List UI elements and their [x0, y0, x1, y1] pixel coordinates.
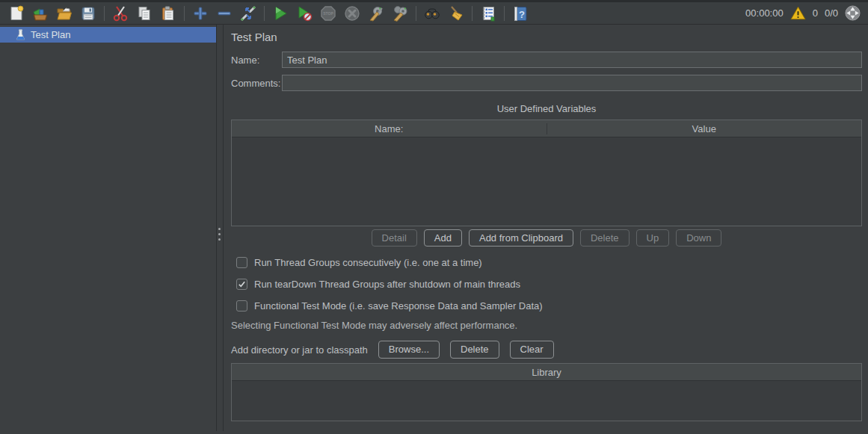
- new-file-icon[interactable]: [7, 4, 25, 22]
- paste-icon[interactable]: [159, 4, 177, 22]
- udv-col-name[interactable]: Name:: [232, 123, 547, 134]
- tree-node-test-plan[interactable]: Test Plan: [0, 27, 216, 43]
- open-file-icon[interactable]: [55, 4, 73, 22]
- udv-title: User Defined Variables: [231, 103, 862, 115]
- toggle-icon[interactable]: [239, 4, 257, 22]
- clear-all-icon[interactable]: [391, 4, 409, 22]
- library-table: Library: [231, 363, 862, 421]
- elapsed-timer: 00:00:00: [745, 7, 784, 19]
- cut-icon[interactable]: [111, 4, 129, 22]
- search-icon[interactable]: [423, 4, 441, 22]
- add-button[interactable]: Add: [424, 229, 462, 247]
- udv-col-value[interactable]: Value: [547, 123, 862, 134]
- run-consecutively-checkbox[interactable]: [236, 257, 247, 268]
- library-table-header: Library: [232, 364, 861, 381]
- collapse-all-icon[interactable]: [215, 4, 233, 22]
- detail-button[interactable]: Detail: [372, 229, 417, 247]
- flask-icon: [15, 29, 26, 41]
- stop-icon[interactable]: STOP: [319, 4, 337, 22]
- test-plan-tree: Test Plan: [0, 25, 217, 431]
- page-title: Test Plan: [231, 31, 862, 45]
- browse-button[interactable]: Browse...: [378, 341, 440, 359]
- tree-splitter[interactable]: [217, 25, 224, 431]
- search-reset-icon[interactable]: [447, 4, 465, 22]
- expand-all-icon[interactable]: [191, 4, 209, 22]
- help-icon-glyph: ?: [519, 8, 525, 19]
- udv-button-row: Detail Add Add from Clipboard Delete Up …: [231, 229, 862, 247]
- stop-icon-label: STOP: [323, 11, 333, 16]
- functional-mode-note: Selecting Functional Test Mode may adver…: [231, 320, 862, 332]
- tree-node-label: Test Plan: [31, 29, 70, 40]
- toolbar: STOP ? 00:00:00 0 0/0: [0, 0, 868, 25]
- splitter-grip-icon[interactable]: [218, 228, 221, 241]
- delete-button[interactable]: Delete: [580, 229, 630, 247]
- classpath-delete-button[interactable]: Delete: [450, 341, 499, 359]
- functional-mode-checkbox[interactable]: [236, 300, 247, 311]
- udv-table-header: Name: Value: [232, 120, 861, 137]
- toolbar-separator: [104, 6, 105, 21]
- checkbox-row-consecutive: Run Thread Groups consecutively (i.e. on…: [231, 256, 862, 268]
- udv-table: Name: Value: [231, 120, 862, 226]
- app-body: Test Plan Test Plan Name: Comments: User…: [0, 25, 868, 431]
- classpath-clear-button[interactable]: Clear: [510, 341, 554, 359]
- library-table-body[interactable]: [232, 381, 861, 421]
- function-helper-icon[interactable]: [479, 4, 497, 22]
- toolbar-status-area: 00:00:00 0 0/0: [745, 5, 864, 21]
- clear-icon[interactable]: [367, 4, 385, 22]
- start-no-timers-icon[interactable]: [295, 4, 313, 22]
- start-icon[interactable]: [271, 4, 289, 22]
- save-icon[interactable]: [79, 4, 97, 22]
- toolbar-separator: [264, 6, 265, 21]
- log-warning-icon[interactable]: [790, 6, 806, 20]
- test-plan-panel: Test Plan Name: Comments: User Defined V…: [224, 25, 868, 431]
- log-warning-count: 0: [813, 7, 818, 19]
- checkbox-row-functional-mode: Functional Test Mode (i.e. save Response…: [231, 300, 862, 311]
- classpath-row: Add directory or jar to classpath Browse…: [231, 341, 862, 359]
- thread-count: 0/0: [825, 7, 838, 19]
- toolbar-separator: [184, 6, 185, 21]
- add-from-clipboard-button[interactable]: Add from Clipboard: [469, 229, 573, 247]
- toolbar-separator: [416, 6, 416, 21]
- down-button[interactable]: Down: [676, 229, 721, 247]
- name-input[interactable]: [282, 52, 862, 68]
- checkbox-label: Run tearDown Thread Groups after shutdow…: [254, 279, 520, 290]
- templates-icon[interactable]: [31, 4, 49, 22]
- checkbox-row-teardown: Run tearDown Thread Groups after shutdow…: [231, 278, 862, 290]
- toolbar-separator: [504, 6, 505, 21]
- up-button[interactable]: Up: [636, 229, 670, 247]
- toolbar-separator: [472, 6, 473, 21]
- checkbox-label: Run Thread Groups consecutively (i.e. on…: [254, 257, 482, 268]
- test-activity-icon: [845, 5, 861, 21]
- classpath-label: Add directory or jar to classpath: [231, 344, 368, 356]
- shutdown-icon[interactable]: [343, 4, 361, 22]
- comments-label: Comments:: [231, 78, 282, 89]
- run-teardown-checkbox[interactable]: [236, 279, 247, 290]
- name-label: Name:: [231, 55, 282, 66]
- help-icon[interactable]: ?: [511, 4, 529, 22]
- copy-icon[interactable]: [135, 4, 153, 22]
- udv-table-body[interactable]: [232, 137, 861, 226]
- checkbox-label: Functional Test Mode (i.e. save Response…: [254, 300, 543, 311]
- comments-input[interactable]: [282, 75, 862, 91]
- library-col-header[interactable]: Library: [232, 367, 861, 378]
